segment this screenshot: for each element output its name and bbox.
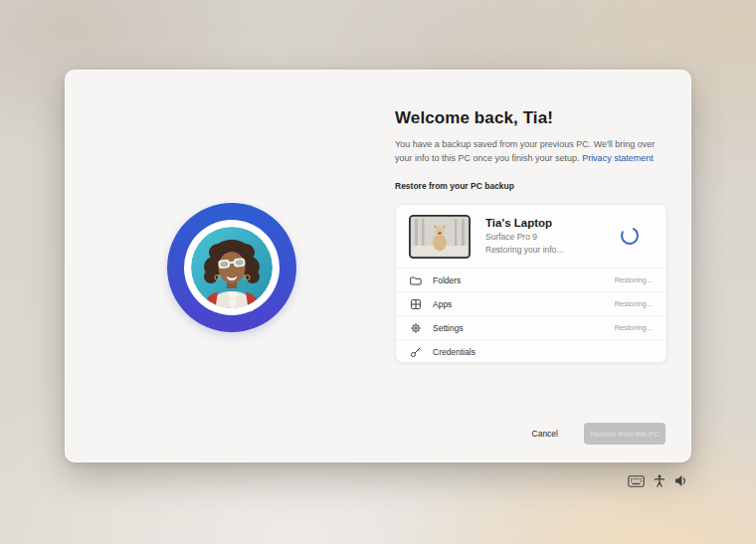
restore-item-settings: Settings Restoring...	[396, 315, 666, 339]
device-model: Surface Pro 9	[485, 231, 563, 244]
gear-icon	[410, 322, 422, 334]
restore-item-label: Apps	[433, 299, 452, 309]
page-title: Welcome back, Tia!	[395, 108, 667, 128]
restore-item-status: Restoring...	[615, 323, 653, 332]
restore-item-apps: Apps Restoring...	[396, 291, 666, 315]
restore-item-folders: Folders Restoring...	[396, 268, 666, 291]
backup-card: Tia's Laptop Surface Pro 9 Restoring you…	[395, 204, 667, 363]
progress-spinner-icon	[619, 225, 641, 247]
device-name: Tia's Laptop	[485, 217, 563, 229]
restore-item-label: Settings	[433, 323, 464, 333]
page-description: You have a backup saved from your previo…	[395, 137, 667, 166]
avatar-white-ring	[184, 220, 280, 315]
restore-section-label: Restore from your PC backup	[395, 181, 667, 191]
restore-item-credentials: Credentials	[396, 339, 666, 363]
user-avatar	[167, 203, 296, 332]
apps-icon	[410, 298, 422, 310]
avatar-accent-ring	[167, 203, 296, 332]
restore-from-pc-button[interactable]: Restore from this PC	[584, 423, 665, 445]
accessibility-icon[interactable]	[654, 474, 665, 487]
avatar-photo	[191, 227, 273, 308]
folder-icon	[410, 274, 422, 286]
footer-actions: Cancel Restore from this PC	[532, 423, 665, 445]
restore-item-label: Credentials	[433, 347, 475, 357]
device-thumbnail	[409, 215, 471, 259]
restore-item-status: Restoring...	[615, 299, 653, 308]
device-status: Restoring your info...	[485, 244, 563, 257]
cancel-button[interactable]: Cancel	[532, 429, 558, 439]
volume-icon[interactable]	[674, 474, 687, 487]
device-meta: Tia's Laptop Surface Pro 9 Restoring you…	[485, 217, 563, 257]
privacy-statement-link[interactable]: Privacy statement	[582, 153, 654, 163]
keyboard-icon[interactable]	[628, 475, 645, 487]
key-icon	[410, 346, 422, 358]
setup-window: Welcome back, Tia! You have a backup sav…	[65, 70, 691, 462]
restore-item-label: Folders	[433, 275, 461, 285]
restore-item-status: Restoring...	[615, 275, 653, 284]
system-tray	[628, 474, 687, 487]
backup-device-header: Tia's Laptop Surface Pro 9 Restoring you…	[396, 205, 666, 268]
